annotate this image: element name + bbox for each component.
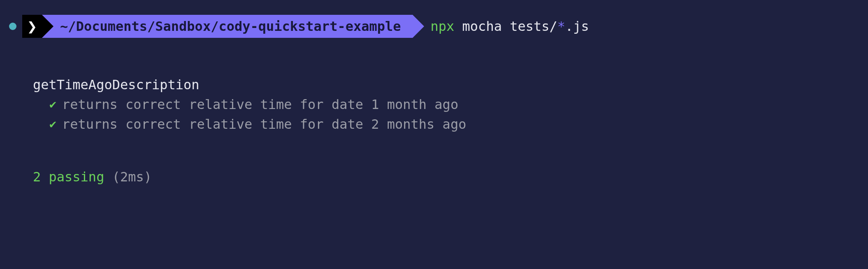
prompt-symbol-segment: ❯ xyxy=(22,15,42,38)
prompt-line[interactable]: ❯ ~/Documents/Sandbox/cody-quickstart-ex… xyxy=(0,15,868,38)
test-line: ✔ returns correct relative time for date… xyxy=(33,95,868,114)
suite-title: getTimeAgoDescription xyxy=(33,75,868,95)
test-description: returns correct relative time for date 2… xyxy=(62,114,466,134)
status-dot-icon xyxy=(9,23,16,30)
command-args-pre: mocha tests/ xyxy=(454,16,557,36)
checkmark-icon: ✔ xyxy=(49,96,56,113)
summary-passing: 2 passing xyxy=(33,169,104,185)
test-description: returns correct relative time for date 1… xyxy=(62,95,458,114)
test-line: ✔ returns correct relative time for date… xyxy=(33,114,868,134)
prompt-symbol: ❯ xyxy=(27,18,37,35)
command[interactable]: npx mocha tests/ * .js xyxy=(431,16,589,36)
checkmark-icon: ✔ xyxy=(49,116,56,133)
command-args-post: .js xyxy=(565,16,589,36)
command-glob: * xyxy=(557,16,565,36)
test-output: getTimeAgoDescription ✔ returns correct … xyxy=(0,75,868,187)
cwd-text: ~/Documents/Sandbox/cody-quickstart-exam… xyxy=(60,16,401,36)
command-binary: npx xyxy=(431,16,455,36)
cwd-segment: ~/Documents/Sandbox/cody-quickstart-exam… xyxy=(42,15,412,38)
summary-line: 2 passing (2ms) xyxy=(33,167,868,187)
summary-duration: (2ms) xyxy=(112,169,152,185)
